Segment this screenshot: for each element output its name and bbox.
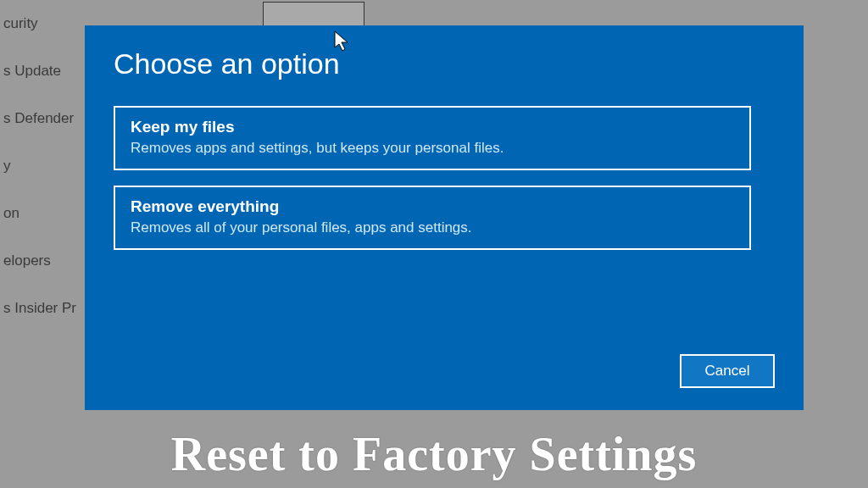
sidebar-item-developers[interactable]: elopers	[0, 237, 85, 285]
reset-dialog: Choose an option Keep my files Removes a…	[85, 25, 804, 410]
sidebar-item-activation[interactable]: on	[0, 190, 85, 237]
option-remove-everything[interactable]: Remove everything Removes all of your pe…	[114, 186, 751, 250]
option-remove-everything-desc: Removes all of your personal files, apps…	[131, 219, 734, 236]
sidebar-item-recovery[interactable]: y	[0, 142, 85, 190]
option-keep-files-desc: Removes apps and settings, but keeps you…	[131, 140, 734, 157]
sidebar-item-update[interactable]: s Update	[0, 47, 85, 95]
bg-dropdown	[263, 2, 364, 27]
caption-text: Reset to Factory Settings	[0, 427, 868, 481]
dialog-title: Choose an option	[114, 47, 775, 80]
option-keep-files-title: Keep my files	[131, 118, 734, 136]
sidebar-item-insider[interactable]: s Insider Pr	[0, 285, 85, 332]
cancel-button[interactable]: Cancel	[680, 354, 775, 388]
option-remove-everything-title: Remove everything	[131, 197, 734, 216]
sidebar-item-defender[interactable]: s Defender	[0, 95, 85, 142]
sidebar-item-security[interactable]: curity	[0, 0, 85, 47]
option-keep-files[interactable]: Keep my files Removes apps and settings,…	[114, 106, 751, 170]
settings-sidebar: curity s Update s Defender y on elopers …	[0, 0, 85, 332]
